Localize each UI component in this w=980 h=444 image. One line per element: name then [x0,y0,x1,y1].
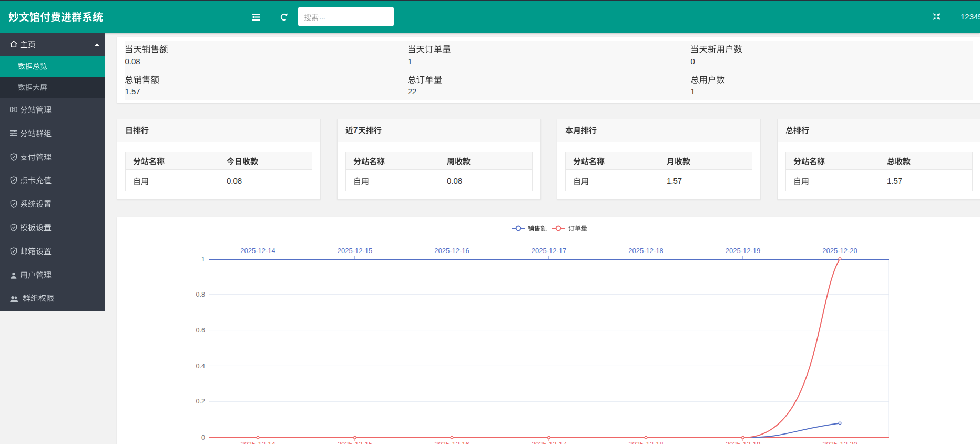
svg-text:2025-12-20: 2025-12-20 [822,247,858,255]
svg-text:2025-12-15: 2025-12-15 [338,247,373,255]
svg-text:2025-12-17: 2025-12-17 [532,440,567,444]
svg-text:2025-12-15: 2025-12-15 [338,440,373,444]
svg-text:0.2: 0.2 [196,398,205,405]
svg-text:0.6: 0.6 [196,327,205,334]
svg-text:2025-12-16: 2025-12-16 [434,440,469,444]
svg-text:1: 1 [201,256,205,263]
svg-text:0.8: 0.8 [196,291,205,298]
svg-text:0.4: 0.4 [196,362,205,370]
svg-text:0: 0 [201,434,205,441]
svg-text:2025-12-14: 2025-12-14 [240,247,275,255]
svg-text:2025-12-18: 2025-12-18 [628,440,663,444]
svg-text:2025-12-20: 2025-12-20 [822,440,858,444]
svg-text:2025-12-19: 2025-12-19 [726,247,761,255]
svg-text:2025-12-17: 2025-12-17 [532,247,567,255]
svg-text:2025-12-18: 2025-12-18 [628,247,663,255]
svg-text:2025-12-14: 2025-12-14 [240,440,275,444]
svg-text:2025-12-19: 2025-12-19 [726,440,761,444]
svg-text:2025-12-16: 2025-12-16 [434,247,469,255]
